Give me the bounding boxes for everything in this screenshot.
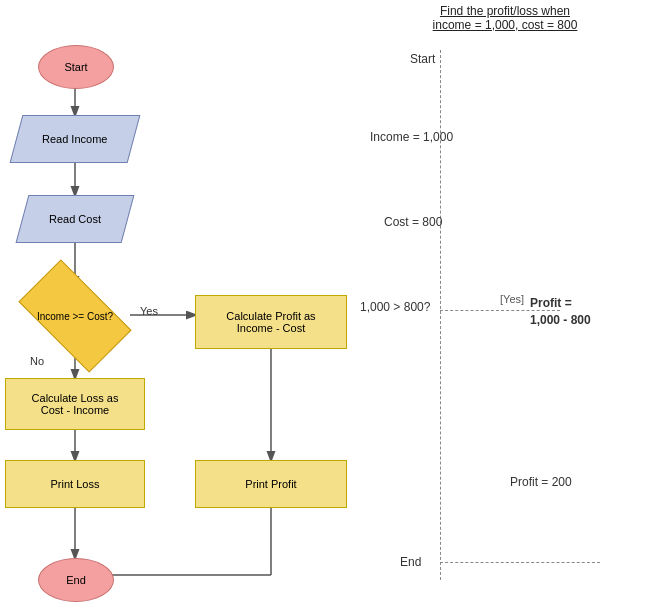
trace-title-line2: income = 1,000, cost = 800 (433, 18, 578, 32)
start-shape: Start (38, 45, 114, 89)
trace-cost-label: Cost = 800 (384, 215, 442, 229)
trace-title: Find the profit/loss when income = 1,000… (370, 4, 640, 32)
print-profit-shape: Print Profit (195, 460, 347, 508)
calc-loss-label: Calculate Loss asCost - Income (32, 392, 119, 416)
diamond-wrap: Income >= Cost? (24, 283, 126, 349)
trace-income-label: Income = 1,000 (370, 130, 453, 144)
no-label: No (30, 355, 44, 367)
read-cost-label: Read Cost (49, 213, 101, 225)
trace-start-label: Start (410, 52, 435, 66)
trace-profit-calc: Profit = 1,000 - 800 (530, 295, 591, 329)
end-shape: End (38, 558, 114, 602)
trace-end-label: End (400, 555, 421, 569)
profit-calc-line2: 1,000 - 800 (530, 313, 591, 327)
flowchart-area: Start Read Income Read Cost Income >= Co… (0, 0, 360, 611)
print-loss-shape: Print Loss (5, 460, 145, 508)
trace-yes-label: [Yes] (500, 293, 524, 305)
start-label: Start (64, 61, 87, 73)
print-profit-label: Print Profit (245, 478, 296, 490)
trace-condition-label: 1,000 > 800? (360, 300, 430, 314)
trace-area: Find the profit/loss when income = 1,000… (360, 0, 649, 611)
read-cost-shape: Read Cost (16, 195, 135, 243)
read-income-shape: Read Income (10, 115, 141, 163)
trace-end-horiz (440, 562, 600, 563)
calc-loss-shape: Calculate Loss asCost - Income (5, 378, 145, 430)
calc-profit-label: Calculate Profit asIncome - Cost (226, 310, 315, 334)
yes-label: Yes (140, 305, 158, 317)
calc-profit-shape: Calculate Profit asIncome - Cost (195, 295, 347, 349)
read-income-label: Read Income (42, 133, 107, 145)
end-label: End (66, 574, 86, 586)
profit-calc-line1: Profit = (530, 296, 572, 310)
print-loss-label: Print Loss (51, 478, 100, 490)
trace-profit-result: Profit = 200 (510, 475, 572, 489)
trace-title-line1: Find the profit/loss when (440, 4, 570, 18)
